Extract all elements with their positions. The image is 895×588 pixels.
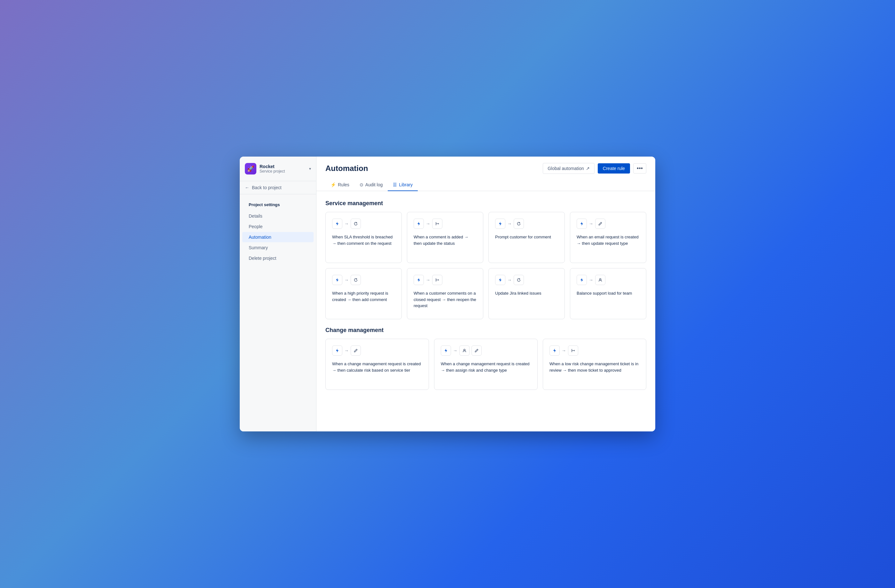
lightning-icon [332, 346, 342, 356]
sidebar-item-automation[interactable]: Automation [242, 232, 314, 242]
svg-marker-7 [581, 278, 583, 282]
card-text: When a low risk change management ticket… [549, 361, 640, 373]
person-icon [595, 275, 605, 285]
top-bar-header: Automation Global automation ↗ Create ru… [325, 163, 646, 174]
branch-icon [432, 218, 442, 229]
card-icons: → [441, 346, 531, 356]
lightning-icon [495, 218, 505, 229]
tab-audit-log[interactable]: ⊙ Audit log [355, 179, 388, 191]
app-window: 🚀 Rocket Service project ▾ ← Back to pro… [240, 156, 655, 432]
card-prompt-comment[interactable]: → Prompt customer for comment [488, 212, 565, 263]
card-jira-linked[interactable]: → Update Jira linked issues [488, 268, 565, 319]
tabs: ⚡ Rules ⊙ Audit log ☰ Library [325, 179, 646, 191]
top-bar-actions: Global automation ↗ Create rule ••• [543, 163, 646, 174]
edit-icon [350, 346, 361, 356]
arrow-icon: → [589, 221, 593, 226]
project-type: Service project [259, 169, 306, 174]
refresh-icon [514, 218, 524, 229]
card-text: When a change management request is crea… [441, 361, 531, 373]
card-customer-closed[interactable]: → When a customer comments on a closed r… [407, 268, 483, 319]
svg-marker-6 [499, 278, 502, 282]
edit-icon [595, 218, 605, 229]
sidebar-item-people[interactable]: People [242, 221, 314, 232]
project-name: Rocket [259, 164, 306, 169]
arrow-icon: → [507, 277, 512, 282]
card-text: Update Jira linked issues [495, 290, 558, 297]
lightning-icon [414, 218, 424, 229]
arrow-icon: → [589, 277, 593, 282]
arrow-icon: → [507, 221, 512, 226]
lightning-icon [495, 275, 505, 285]
card-text: When a high priority request is created … [332, 290, 395, 303]
library-icon: ☰ [393, 182, 397, 187]
lightning-icon [332, 275, 342, 285]
card-text: When SLA threshold is breached → then co… [332, 234, 395, 246]
sidebar-item-delete[interactable]: Delete project [242, 253, 314, 263]
svg-marker-9 [336, 349, 338, 353]
card-balance-support[interactable]: → Balance support load for team [570, 268, 646, 319]
external-link-icon: ↗ [586, 166, 590, 171]
card-high-priority[interactable]: → When a high priority request is create… [325, 268, 402, 319]
chevron-down-icon: ▾ [309, 167, 311, 171]
lightning-icon [441, 346, 451, 356]
card-change-assign[interactable]: → When a change management request is cr… [434, 339, 538, 390]
back-to-project-link[interactable]: ← Back to project [240, 181, 316, 194]
tab-library[interactable]: ☰ Library [388, 179, 418, 191]
arrow-icon: → [426, 277, 430, 282]
nav-section-header: Project settings [242, 200, 314, 210]
arrow-icon: → [344, 348, 349, 353]
branch-icon [568, 346, 578, 356]
branch-icon [432, 275, 442, 285]
svg-marker-12 [553, 349, 556, 353]
refresh-icon [514, 275, 524, 285]
sidebar-item-details[interactable]: Details [242, 211, 314, 221]
card-change-risk[interactable]: → When a change management request is cr… [325, 339, 429, 390]
card-email-request[interactable]: → When an email request is created → the… [570, 212, 646, 263]
back-icon: ← [245, 185, 249, 190]
audit-icon: ⊙ [360, 182, 363, 187]
card-low-risk[interactable]: → When a low risk change management tick… [543, 339, 646, 390]
card-sla-breach[interactable]: → When SLA threshold is breached → then … [325, 212, 402, 263]
sidebar-header[interactable]: 🚀 Rocket Service project ▾ [240, 156, 316, 181]
svg-point-11 [464, 349, 466, 351]
global-automation-button[interactable]: Global automation ↗ [543, 163, 595, 174]
service-management-grid: → When SLA threshold is breached → then … [325, 212, 646, 319]
sidebar: 🚀 Rocket Service project ▾ ← Back to pro… [240, 156, 317, 432]
refresh-icon [350, 218, 361, 229]
svg-marker-2 [499, 222, 502, 226]
card-icons: → [332, 218, 395, 229]
lightning-icon [576, 275, 587, 285]
lightning-icon [414, 275, 424, 285]
card-comment-status[interactable]: → When a comment is added → then update … [407, 212, 483, 263]
more-options-button[interactable]: ••• [633, 163, 646, 174]
svg-marker-5 [417, 278, 420, 282]
sidebar-item-summary[interactable]: Summary [242, 242, 314, 253]
back-label: Back to project [252, 185, 282, 190]
svg-marker-0 [336, 222, 338, 226]
card-icons: → [549, 346, 640, 356]
global-automation-label: Global automation [548, 166, 584, 171]
create-rule-button[interactable]: Create rule [598, 163, 630, 174]
section-title-change: Change management [325, 327, 646, 333]
main-content: Automation Global automation ↗ Create ru… [317, 156, 655, 432]
card-icons: → [495, 275, 558, 285]
card-icons: → [576, 218, 640, 229]
card-icons: → [414, 218, 476, 229]
top-bar: Automation Global automation ↗ Create ru… [317, 156, 655, 191]
rules-icon: ⚡ [331, 182, 336, 187]
svg-marker-10 [444, 349, 447, 353]
section-title-service: Service management [325, 200, 646, 207]
change-management-grid: → When a change management request is cr… [325, 339, 646, 390]
refresh-icon [350, 275, 361, 285]
svg-marker-4 [336, 278, 338, 282]
content-area: Service management → When SLA threshold … [317, 191, 655, 432]
arrow-icon: → [344, 277, 349, 282]
card-icons: → [332, 275, 395, 285]
card-text: When a change management request is crea… [332, 361, 422, 373]
tab-rules[interactable]: ⚡ Rules [325, 179, 355, 191]
svg-point-8 [600, 279, 601, 280]
lightning-icon [549, 346, 560, 356]
project-avatar: 🚀 [245, 163, 256, 174]
card-text: When a customer comments on a closed req… [414, 290, 476, 309]
card-text: Prompt customer for comment [495, 234, 558, 240]
